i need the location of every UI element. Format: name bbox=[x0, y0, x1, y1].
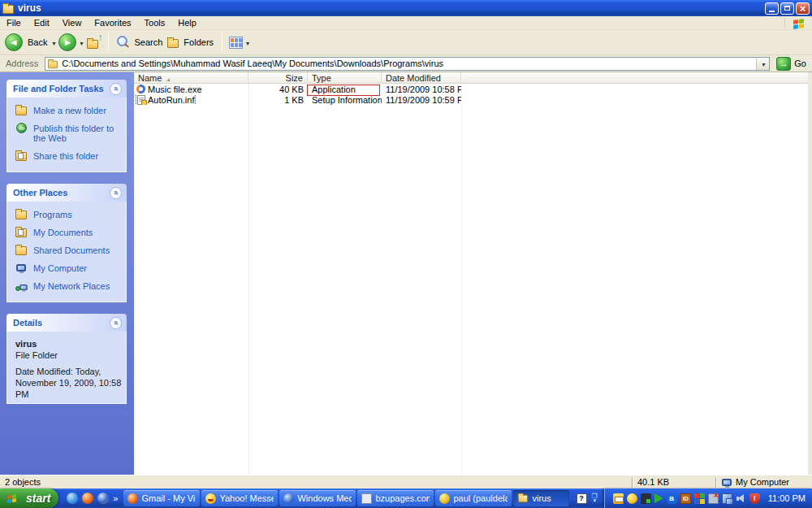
forward-dropdown-icon[interactable] bbox=[80, 37, 83, 47]
menu-file[interactable]: File bbox=[0, 17, 28, 28]
task-button-bzupages[interactable]: bzupages.com... bbox=[357, 490, 434, 506]
share-folder-icon bbox=[15, 150, 28, 161]
search-icon[interactable] bbox=[115, 35, 130, 50]
column-header-name[interactable]: Name bbox=[134, 72, 248, 83]
language-bar-options-icon[interactable] bbox=[592, 494, 598, 502]
file-name[interactable]: Music file.exe bbox=[148, 85, 202, 94]
other-places-panel: Other Places Programs My Documents Share… bbox=[6, 184, 127, 302]
column-headers: Name Size Type Date Modified bbox=[134, 72, 808, 84]
windows-logo-icon bbox=[784, 18, 812, 28]
views-dropdown-icon[interactable] bbox=[246, 37, 249, 47]
media-app-icon[interactable] bbox=[641, 493, 651, 504]
shared-documents-icon bbox=[15, 245, 28, 255]
play-icon[interactable] bbox=[654, 493, 663, 503]
task-button-gmail[interactable]: Gmail - My Vir... bbox=[123, 490, 200, 506]
address-input[interactable]: C:\Documents and Settings\Muhammad Wasif… bbox=[45, 57, 770, 71]
messenger-mail-icon[interactable] bbox=[613, 493, 624, 504]
network-disconnected-icon[interactable] bbox=[708, 493, 719, 504]
quick-launch-overflow-icon[interactable] bbox=[113, 493, 118, 503]
details-modified-line1: Date Modified: Today, bbox=[15, 367, 123, 378]
menu-view[interactable]: View bbox=[56, 17, 89, 28]
menu-tools[interactable]: Tools bbox=[138, 17, 172, 28]
file-type: Application bbox=[308, 85, 382, 94]
my-documents-icon bbox=[15, 227, 28, 237]
programs-link[interactable]: Programs bbox=[15, 209, 123, 219]
folder-icon bbox=[518, 495, 529, 503]
volume-icon[interactable] bbox=[736, 493, 746, 504]
my-documents-link[interactable]: My Documents bbox=[15, 227, 123, 237]
column-header-size[interactable]: Size bbox=[248, 72, 308, 83]
menu-favorites[interactable]: Favorites bbox=[88, 17, 137, 28]
task-button-virus-active[interactable]: virus bbox=[513, 490, 568, 506]
close-button[interactable] bbox=[796, 2, 810, 15]
help-icon[interactable] bbox=[577, 493, 587, 504]
menu-bar: File Edit View Favorites Tools Help bbox=[0, 16, 812, 30]
folders-icon[interactable] bbox=[167, 39, 179, 48]
application-media-icon bbox=[136, 85, 145, 93]
make-new-folder-link[interactable]: Make a new folder bbox=[15, 105, 123, 115]
folders-label[interactable]: Folders bbox=[184, 37, 214, 47]
back-button[interactable] bbox=[5, 33, 23, 51]
minimize-button[interactable] bbox=[765, 2, 779, 15]
folder-icon bbox=[15, 209, 28, 219]
yahoo-messenger-icon bbox=[205, 493, 216, 504]
address-bar: Address C:\Documents and Settings\Muhamm… bbox=[0, 55, 812, 72]
my-network-places-link[interactable]: My Network Places bbox=[15, 280, 123, 291]
panel-header[interactable]: Details bbox=[6, 314, 127, 332]
panel-header[interactable]: File and Folder Tasks bbox=[6, 80, 127, 98]
file-size: 40 KB bbox=[248, 85, 308, 94]
panel-title: Other Places bbox=[13, 188, 67, 198]
column-header-type[interactable]: Type bbox=[308, 72, 382, 83]
menu-help[interactable]: Help bbox=[171, 17, 203, 28]
folder-icon bbox=[2, 5, 14, 14]
file-row-autorun[interactable]: AutoRun.inf 1 KB Setup Information 11/19… bbox=[134, 94, 808, 105]
display-colors-icon[interactable] bbox=[694, 493, 705, 504]
desktop: virus File Edit View Favorites Tools Hel… bbox=[0, 0, 812, 508]
collapse-button[interactable] bbox=[110, 187, 122, 199]
views-button[interactable] bbox=[229, 37, 243, 49]
task-button-yahoo-messenger[interactable]: Yahoo! Messe... bbox=[201, 490, 278, 506]
back-label[interactable]: Back bbox=[28, 37, 47, 47]
status-total-size: 40.1 KB bbox=[633, 475, 715, 488]
shared-documents-link[interactable]: Shared Documents bbox=[15, 245, 123, 255]
address-dropdown-button[interactable] bbox=[756, 58, 769, 70]
window-title: virus bbox=[18, 2, 763, 14]
status-bar: 2 objects 40.1 KB My Computer bbox=[0, 475, 812, 488]
toolbar-separator bbox=[222, 33, 222, 52]
go-button[interactable]: Go bbox=[773, 57, 810, 71]
file-size: 1 KB bbox=[248, 95, 308, 105]
menu-edit[interactable]: Edit bbox=[28, 17, 56, 28]
address-label: Address bbox=[2, 59, 41, 68]
back-dropdown-icon[interactable] bbox=[52, 37, 55, 47]
up-button[interactable] bbox=[87, 37, 102, 49]
start-button[interactable]: start bbox=[0, 488, 58, 508]
share-folder-link[interactable]: Share this folder bbox=[15, 150, 123, 161]
details-panel: Details virus File Folder Date Modified:… bbox=[6, 314, 127, 404]
my-computer-link[interactable]: My Computer bbox=[15, 263, 123, 273]
firefox-icon[interactable] bbox=[82, 493, 93, 504]
collapse-button[interactable] bbox=[110, 83, 122, 95]
clock[interactable]: 11:00 PM bbox=[763, 493, 806, 503]
address-path[interactable]: C:\Documents and Settings\Muhammad Wasif… bbox=[62, 59, 443, 68]
bluetooth-icon[interactable] bbox=[667, 493, 677, 504]
media-player-icon[interactable] bbox=[97, 493, 109, 504]
panel-header[interactable]: Other Places bbox=[6, 184, 127, 202]
yahoo-messenger-icon[interactable] bbox=[627, 493, 637, 504]
security-alert-icon[interactable] bbox=[749, 493, 760, 504]
task-button-paul-chat[interactable]: paul (pauldelalla) bbox=[435, 490, 512, 506]
publish-web-icon bbox=[15, 123, 28, 133]
publish-folder-link[interactable]: Publish this folder to the Web bbox=[15, 123, 123, 143]
search-label[interactable]: Search bbox=[135, 37, 163, 47]
restore-button[interactable] bbox=[780, 2, 794, 15]
file-name[interactable]: AutoRun.inf bbox=[148, 95, 194, 105]
internet-explorer-icon[interactable] bbox=[67, 493, 78, 504]
new-folder-icon bbox=[15, 105, 28, 115]
file-row-music-file[interactable]: Music file.exe 40 KB Application 11/19/2… bbox=[134, 84, 808, 94]
forward-button[interactable] bbox=[58, 33, 76, 51]
column-header-filler bbox=[461, 72, 808, 83]
id-badge-icon[interactable] bbox=[680, 493, 691, 504]
column-header-date-modified[interactable]: Date Modified bbox=[382, 72, 461, 83]
task-button-windows-media[interactable]: Windows Medi... bbox=[279, 490, 356, 506]
collapse-button[interactable] bbox=[110, 317, 122, 329]
local-network-icon[interactable] bbox=[722, 493, 732, 504]
